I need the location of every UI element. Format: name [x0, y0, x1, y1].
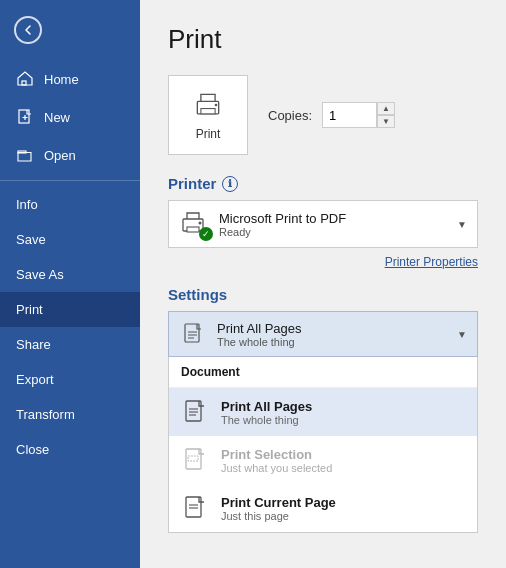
sidebar-divider — [0, 180, 140, 181]
svg-rect-7 — [187, 227, 199, 232]
settings-title-text: Settings — [168, 286, 227, 303]
sidebar-text-items: Info Save Save As Print Share Export Tra… — [0, 187, 140, 467]
sidebar-item-home-label: Home — [44, 72, 79, 87]
printer-status: Ready — [219, 226, 447, 238]
sidebar-item-close[interactable]: Close — [0, 432, 140, 467]
sidebar-item-transform-label: Transform — [16, 407, 75, 422]
sidebar-item-print-label: Print — [16, 302, 43, 317]
doc-option-print-selection[interactable]: Print Selection Just what you selected — [169, 436, 477, 484]
sidebar-item-open[interactable]: Open — [0, 136, 140, 174]
sidebar-item-close-label: Close — [16, 442, 49, 457]
printer-ready-icon: ✓ — [199, 227, 213, 241]
sidebar-item-save-as[interactable]: Save As — [0, 257, 140, 292]
copies-spinners: ▲ ▼ — [377, 102, 395, 128]
document-panel: Document Print All Pages The whole thing — [168, 357, 478, 533]
sidebar-item-save[interactable]: Save — [0, 222, 140, 257]
printer-icon-area: ✓ — [179, 209, 209, 239]
back-icon — [14, 16, 42, 44]
main-content: Print Print Copies: 1 ▲ ▼ — [140, 0, 506, 568]
settings-section-title: Settings — [168, 286, 478, 303]
svg-rect-4 — [201, 109, 215, 114]
document-panel-header: Document — [169, 357, 477, 388]
svg-rect-18 — [188, 456, 198, 461]
doc-option-print-all[interactable]: Print All Pages The whole thing — [169, 388, 477, 436]
doc-selection-sub: Just what you selected — [221, 462, 465, 474]
open-icon — [16, 146, 34, 164]
copies-increment[interactable]: ▲ — [377, 102, 395, 115]
sidebar-item-new-label: New — [44, 110, 70, 125]
doc-current-main: Print Current Page — [221, 495, 465, 510]
sidebar-item-new[interactable]: New — [0, 98, 140, 136]
doc-current-sub: Just this page — [221, 510, 465, 522]
sidebar-item-open-label: Open — [44, 148, 76, 163]
doc-all-sub: The whole thing — [221, 414, 465, 426]
printer-dropdown[interactable]: ✓ Microsoft Print to PDF Ready ▼ — [168, 200, 478, 248]
copies-decrement[interactable]: ▼ — [377, 115, 395, 128]
back-button[interactable] — [8, 10, 48, 50]
copies-area: Copies: 1 ▲ ▼ — [268, 102, 395, 128]
print-button-label: Print — [196, 127, 221, 141]
svg-point-5 — [215, 104, 218, 107]
printer-name: Microsoft Print to PDF — [219, 211, 447, 226]
sidebar-item-export-label: Export — [16, 372, 54, 387]
sidebar-item-share-label: Share — [16, 337, 51, 352]
settings-main-text: Print All Pages — [217, 321, 447, 336]
home-icon — [16, 70, 34, 88]
doc-current-text: Print Current Page Just this page — [221, 495, 465, 522]
settings-sub-text: The whole thing — [217, 336, 447, 348]
settings-dropdown-arrow: ▼ — [457, 329, 467, 340]
printer-properties-link-area: Printer Properties — [168, 252, 478, 270]
sidebar-item-export[interactable]: Export — [0, 362, 140, 397]
sidebar-item-print[interactable]: Print — [0, 292, 140, 327]
copies-value: 1 — [329, 108, 336, 123]
settings-dropdown-text: Print All Pages The whole thing — [217, 321, 447, 348]
sidebar-nav: Home New Open — [0, 60, 140, 174]
settings-dropdown-icon — [179, 320, 207, 348]
sidebar-item-save-label: Save — [16, 232, 46, 247]
doc-selection-icon — [181, 446, 209, 474]
doc-all-text: Print All Pages The whole thing — [221, 399, 465, 426]
printer-info-icon[interactable]: ℹ — [222, 176, 238, 192]
printer-info: Microsoft Print to PDF Ready — [219, 211, 447, 238]
doc-selection-text: Print Selection Just what you selected — [221, 447, 465, 474]
sidebar-item-home[interactable]: Home — [0, 60, 140, 98]
doc-all-icon — [181, 398, 209, 426]
copies-spinner-group: 1 ▲ ▼ — [322, 102, 395, 128]
doc-all-main: Print All Pages — [221, 399, 465, 414]
doc-option-print-current[interactable]: Print Current Page Just this page — [169, 484, 477, 532]
new-icon — [16, 108, 34, 126]
copies-label: Copies: — [268, 108, 312, 123]
sidebar-item-info[interactable]: Info — [0, 187, 140, 222]
sidebar-item-save-as-label: Save As — [16, 267, 64, 282]
copies-input[interactable]: 1 — [322, 102, 377, 128]
page-title: Print — [168, 24, 478, 55]
print-button[interactable]: Print — [168, 75, 248, 155]
printer-properties-link[interactable]: Printer Properties — [385, 255, 478, 269]
svg-rect-0 — [22, 81, 26, 85]
settings-section: Settings Print All Pages The whole thing… — [168, 286, 478, 533]
printer-dropdown-arrow: ▼ — [457, 219, 467, 230]
doc-current-icon — [181, 494, 209, 522]
sidebar-item-transform[interactable]: Transform — [0, 397, 140, 432]
print-area: Print Copies: 1 ▲ ▼ — [168, 75, 478, 155]
settings-dropdown[interactable]: Print All Pages The whole thing ▼ — [168, 311, 478, 357]
svg-point-8 — [199, 222, 202, 225]
sidebar-item-info-label: Info — [16, 197, 38, 212]
sidebar: Home New Open Info — [0, 0, 140, 568]
printer-title-text: Printer — [168, 175, 216, 192]
doc-selection-main: Print Selection — [221, 447, 465, 462]
printer-section-title: Printer ℹ — [168, 175, 478, 192]
sidebar-item-share[interactable]: Share — [0, 327, 140, 362]
print-icon — [192, 89, 224, 121]
